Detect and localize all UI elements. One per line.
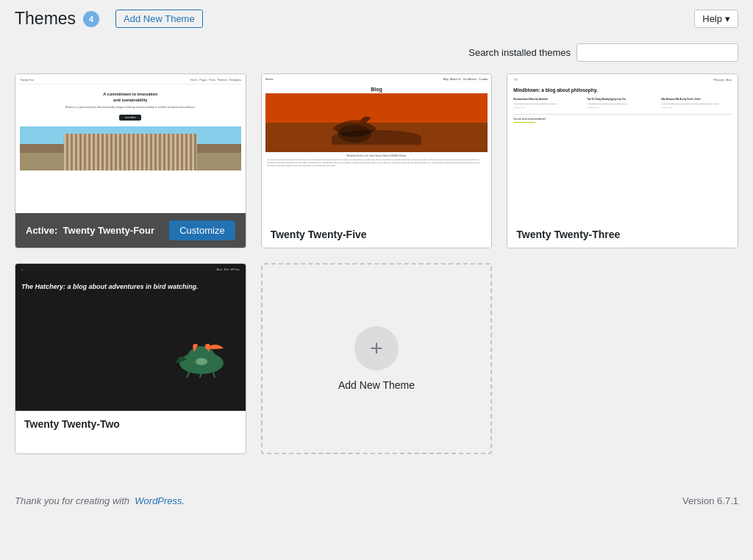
theme-name-footer-2025: Twenty Twenty-Five bbox=[262, 221, 492, 248]
footer-thank-you: Thank you for creating with bbox=[15, 495, 129, 506]
footer-version: Version 6.7.1 bbox=[682, 495, 738, 506]
wordpress-link[interactable]: WordPress. bbox=[135, 495, 185, 506]
preview-nav-2024: Twenty Four Home Pages Posts Patterns Te… bbox=[20, 79, 241, 85]
add-new-label: Add New Theme bbox=[338, 379, 415, 391]
preview-body-2025: The Scholar, an acclaimed photographer k… bbox=[265, 159, 488, 168]
theme-name-footer-2022: Twenty Twenty-Two bbox=[15, 411, 246, 437]
preview-nav-2025: Stories Blog About Us Our Mission Contac… bbox=[265, 78, 488, 84]
search-label: Search installed themes bbox=[468, 47, 571, 58]
theme-card-twenty-twenty-five[interactable]: Stories Blog About Us Our Mission Contac… bbox=[261, 73, 493, 248]
theme-preview-2023: TT3 Philosophy About Mindblown: a blog a… bbox=[507, 74, 738, 221]
preview-hero-2024: A commitment to innovationand sustainabi… bbox=[20, 85, 241, 106]
preview-col-3: I Am Because We Are by Fred L. Hord A ma… bbox=[661, 98, 732, 107]
active-overlay: Active: Twenty Twenty-Four Customize bbox=[15, 213, 246, 248]
theme-name-footer-2023: Twenty Twenty-Three bbox=[507, 221, 738, 248]
active-theme-name: Twenty Twenty-Four bbox=[63, 225, 154, 236]
svg-point-7 bbox=[196, 358, 207, 365]
active-text: Active: bbox=[26, 225, 57, 236]
preview-nav-2022: ∞ About Birds All Posts bbox=[21, 268, 240, 276]
theme-count-badge: 4 bbox=[83, 11, 99, 27]
svg-rect-1 bbox=[265, 93, 488, 123]
theme-card-twenty-twenty-three[interactable]: TT3 Philosophy About Mindblown: a blog a… bbox=[507, 73, 738, 248]
header-left: Themes 4 Add New Theme bbox=[15, 9, 203, 29]
preview-col-1: Nicomachean Ethics by Aristotle Aristotl… bbox=[513, 98, 584, 107]
preview-logo-2022: ∞ bbox=[21, 268, 23, 271]
preview-caption-2025: Marshland birds at the Lake Havasu Natio… bbox=[265, 152, 488, 159]
preview-content-2025: Stories Blog About Us Our Mission Contac… bbox=[262, 74, 492, 221]
page-title: Themes bbox=[15, 9, 76, 29]
active-label: Active: Twenty Twenty-Four bbox=[26, 225, 154, 236]
footer-credit: Thank you for creating with WordPress. bbox=[15, 495, 185, 506]
theme-card-twenty-twenty-two[interactable]: ∞ About Birds All Posts The Hatchery: a … bbox=[15, 263, 246, 454]
preview-content-2023: TT3 Philosophy About Mindblown: a blog a… bbox=[507, 74, 738, 221]
theme-preview-2024: Twenty Four Home Pages Posts Patterns Te… bbox=[15, 74, 246, 221]
search-bar: Search installed themes bbox=[0, 37, 753, 73]
preview-columns-2023: Nicomachean Ethics by Aristotle Aristotl… bbox=[513, 98, 732, 110]
preview-divider-2023 bbox=[513, 114, 732, 115]
preview-col-2: Tao Te Ching (Daodejing) by Lao Tzu A fu… bbox=[588, 98, 658, 107]
theme-preview-2025: Stories Blog About Us Our Mission Contac… bbox=[262, 74, 492, 221]
help-label: Help bbox=[702, 13, 722, 24]
help-button[interactable]: Help ▾ bbox=[694, 10, 738, 28]
preview-content-2024: Twenty Four Home Pages Posts Patterns Te… bbox=[15, 74, 246, 221]
preview-nav-2023: TT3 Philosophy About bbox=[513, 79, 732, 85]
preview-building-2024 bbox=[20, 126, 241, 170]
customize-button[interactable]: Customize bbox=[169, 220, 235, 240]
add-new-theme-button[interactable]: Add New Theme bbox=[115, 10, 203, 28]
page-footer: Thank you for creating with WordPress. V… bbox=[0, 484, 753, 518]
preview-cta-2023: Got any book recommendations? bbox=[513, 118, 732, 122]
themes-grid: Twenty Four Home Pages Posts Patterns Te… bbox=[0, 73, 753, 469]
add-icon-circle: + bbox=[354, 326, 399, 370]
plus-icon: + bbox=[370, 336, 383, 361]
preview-cta-2024: Learn More bbox=[119, 115, 141, 121]
search-input[interactable] bbox=[577, 43, 738, 62]
preview-hero-2022: The Hatchery: a blog about adventures in… bbox=[21, 276, 240, 298]
preview-nav-links-2022: About Birds All Posts bbox=[216, 268, 239, 271]
add-new-theme-card[interactable]: + Add New Theme bbox=[261, 263, 493, 454]
theme-card-twenty-twenty-four[interactable]: Twenty Four Home Pages Posts Patterns Te… bbox=[15, 73, 246, 248]
preview-hero-2023: Mindblown: a blog about philosophy. bbox=[513, 85, 732, 98]
preview-green-line-2023 bbox=[513, 122, 535, 123]
preview-sub-2024: Elvanto is a pioneering firm that seamle… bbox=[20, 106, 241, 114]
page-header: Themes 4 Add New Theme Help ▾ bbox=[0, 0, 753, 37]
chevron-down-icon: ▾ bbox=[725, 13, 730, 24]
preview-bird-image-2025 bbox=[265, 93, 488, 152]
preview-blog-title-2025: Blog bbox=[265, 84, 488, 93]
theme-preview-2022: ∞ About Birds All Posts The Hatchery: a … bbox=[15, 264, 246, 411]
preview-bird-2022 bbox=[165, 326, 238, 378]
